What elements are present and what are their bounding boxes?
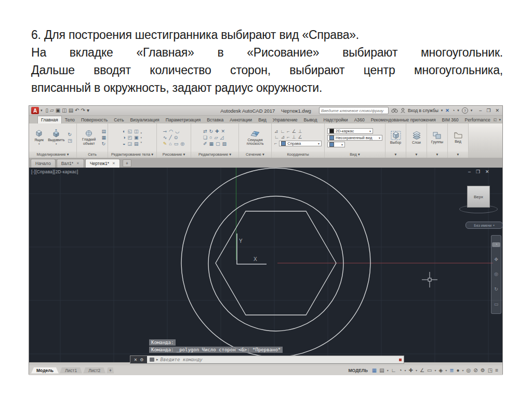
scale-icon[interactable]: ✚ — [215, 129, 219, 134]
named-view-select[interactable]: Несохраненный вид ▾ — [327, 135, 382, 141]
panel-label-selection[interactable]: ▾ — [385, 152, 406, 158]
mesh-refine-icon[interactable]: ▤ — [101, 129, 106, 134]
search-input[interactable] — [319, 107, 389, 114]
annotation-visibility-icon[interactable]: ⊘ — [473, 368, 477, 373]
user-icon[interactable] — [401, 108, 405, 113]
slice-icon[interactable]: ◑ — [123, 135, 125, 140]
dyn-dropdown-icon[interactable]: ▾ — [434, 369, 436, 372]
snap-mode-icon[interactable]: ▤ — [379, 368, 384, 373]
hatch-icon[interactable]: ✎ — [163, 142, 167, 146]
interfere-icon[interactable]: ▣ — [134, 135, 139, 140]
check-icon[interactable]: ▤ — [134, 142, 139, 146]
osnap-icon[interactable]: ◈ — [438, 368, 443, 373]
ribbon-tab[interactable]: Рекомендованные приложения — [368, 116, 439, 123]
ortho-icon[interactable]: ∟ — [391, 368, 396, 373]
command-resize-grip[interactable] — [399, 359, 402, 361]
polyline-icon[interactable]: ⊸ — [163, 129, 167, 134]
view-tools-button[interactable]: Вид — [453, 131, 464, 144]
autocad-logo-icon[interactable]: A — [31, 107, 39, 114]
ribbon-tab[interactable]: BIM 360 — [439, 116, 462, 123]
array-icon[interactable]: ▦ — [209, 142, 214, 146]
imprint-icon[interactable]: ◲ — [127, 142, 132, 146]
selection-button[interactable]: Выбор — [389, 131, 403, 145]
minimize-button[interactable]: – — [479, 108, 482, 113]
command-customize-icon[interactable]: ⚙ — [140, 358, 143, 362]
panel-label-draw[interactable]: Рисование ▾ — [157, 152, 191, 158]
inner-circle[interactable] — [208, 196, 343, 331]
mesh-convert-icon[interactable]: ↻ — [101, 142, 106, 146]
viewport-minimize-icon[interactable]: – — [468, 170, 471, 174]
panel-label-modify[interactable]: Редактирование ▾ — [191, 152, 238, 158]
offset-icon[interactable]: ○ — [209, 135, 212, 140]
connect-icon[interactable]: ◔ — [452, 108, 455, 113]
otrack-icon[interactable]: ∠ — [420, 368, 424, 373]
line-icon[interactable]: ╱ — [169, 135, 171, 140]
save-icon[interactable]: ▣ — [56, 108, 60, 113]
command-input-placeholder[interactable]: Введите команду — [161, 357, 203, 362]
ucs-named-icon[interactable]: ∟ — [274, 135, 279, 140]
layout-tab[interactable]: Лист1 — [60, 367, 82, 374]
groups-button[interactable]: Группы — [430, 131, 444, 144]
open-file-icon[interactable]: ▱ — [50, 108, 54, 113]
logo-dropdown-icon[interactable]: ▾ — [41, 108, 43, 113]
panel-label-view[interactable]: Вид ▾ — [325, 152, 385, 158]
transparency-icon[interactable]: ● — [457, 368, 460, 373]
zoom-icon[interactable]: ◎ — [494, 272, 498, 277]
panel-label-section[interactable]: Сечение ▾ — [239, 152, 271, 158]
layers-button[interactable]: Слои — [410, 131, 423, 145]
subtract-icon[interactable]: ◱ — [127, 129, 132, 134]
workspace-icon[interactable]: ⚙ — [481, 368, 485, 373]
ucs-rotate-icon[interactable]: ∠ — [298, 135, 302, 140]
box-button[interactable]: Ящик ▾ — [33, 129, 45, 146]
thicken-icon[interactable]: ◰ — [127, 135, 132, 140]
ribbon-tab[interactable]: Сеть — [111, 116, 127, 123]
view-direction-select[interactable]: Справа ▾ — [279, 141, 322, 146]
ribbon-cycle-icon[interactable]: ▾ — [499, 118, 501, 122]
explode-icon[interactable]: ▢ — [216, 142, 220, 146]
erase-icon[interactable]: ✕ — [221, 129, 225, 134]
plot-icon[interactable]: ▤ — [69, 108, 73, 113]
viewport-config-select[interactable]: ▾ — [327, 142, 345, 147]
close-tab-icon[interactable]: ✕ — [112, 161, 115, 166]
polar-tracking-icon[interactable]: ◔ — [399, 368, 402, 373]
polar-dropdown-icon[interactable]: ▾ — [405, 369, 406, 372]
transp-dropdown-icon[interactable]: ▾ — [462, 369, 464, 372]
ribbon-tab[interactable]: Поверхность — [78, 116, 111, 123]
navigation-bar[interactable]: ◔✥◎↻▭ — [491, 235, 501, 314]
ribbon-tab[interactable]: A360 — [351, 116, 368, 123]
ucs-z-icon[interactable]: ∠ — [292, 129, 296, 134]
smooth-object-button[interactable]: Гладкий объект — [78, 130, 99, 145]
customize-statusbar-icon[interactable]: ≡ — [495, 368, 498, 373]
undo-icon[interactable]: ↶ — [75, 108, 79, 113]
isodraft-dropdown-icon[interactable]: ▾ — [416, 369, 417, 372]
visual-style-select[interactable]: 2D-каркас ▾ — [327, 128, 373, 134]
orbit-icon[interactable]: ↻ — [494, 287, 498, 292]
panel-label-coordinates[interactable]: Координаты — [272, 152, 324, 158]
section-plane-button[interactable]: Секущая плоскость — [241, 130, 270, 146]
presspull-icon[interactable]: ↻ — [68, 132, 72, 137]
ucs-origin-icon[interactable]: ⌐ — [287, 129, 289, 134]
stretch-icon[interactable]: ▧ — [222, 142, 227, 146]
rotate-icon[interactable]: ↻ — [209, 129, 214, 134]
spline-icon[interactable]: ∿ — [163, 135, 167, 140]
panel-label-mesh[interactable]: Сеть — [77, 152, 108, 158]
showmotion-icon[interactable]: ▭ — [494, 302, 499, 307]
connect-dropdown-icon[interactable]: ▾ — [457, 108, 459, 113]
file-tab[interactable]: Вал1* ✕ — [57, 159, 84, 168]
new-tab-button[interactable]: + — [123, 159, 131, 167]
signin-label[interactable]: Вход в службы — [408, 108, 438, 113]
intersect-icon[interactable]: ◫ — [134, 129, 139, 134]
ribbon-tab[interactable]: Вид — [255, 116, 270, 123]
circle-icon[interactable]: ⊙ — [174, 135, 178, 140]
ribbon-minimize-icon[interactable]: ◱ — [494, 118, 497, 122]
search-binoculars-icon[interactable] — [391, 108, 398, 113]
command-close-icon[interactable]: ✕ — [134, 358, 138, 362]
viewport-close-icon[interactable]: ✕ — [485, 170, 489, 174]
fillet-icon[interactable]: ◿ — [220, 135, 223, 140]
model-space-label[interactable]: МОДЕЛЬ — [348, 368, 367, 373]
ribbon-tab[interactable]: Управление — [270, 116, 301, 123]
layout-tab[interactable]: Модель — [31, 367, 59, 374]
help-dropdown-icon[interactable]: ▾ — [471, 108, 473, 113]
arc2-icon[interactable]: ◡ — [175, 129, 179, 134]
snap-dropdown-icon[interactable]: ▾ — [387, 369, 389, 372]
